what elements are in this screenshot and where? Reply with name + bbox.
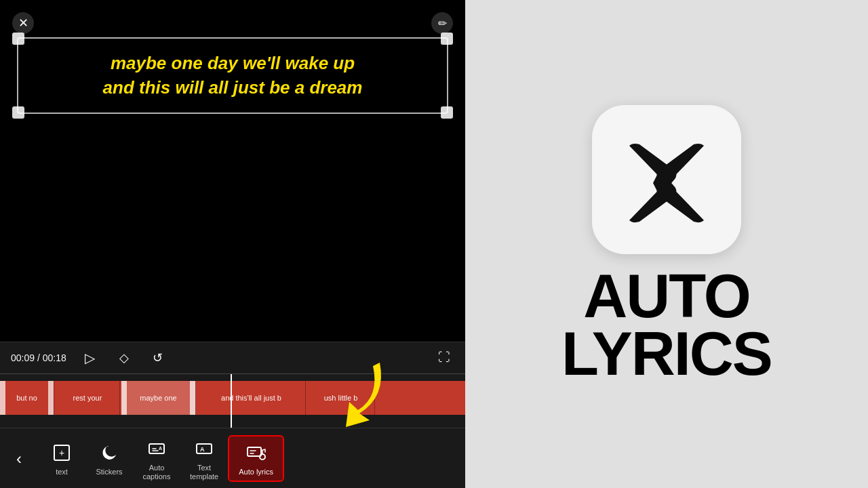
title-lyrics: LYRICS <box>561 325 772 384</box>
left-panel: ✕ ✏ maybe one day we'll wake up and this… <box>0 0 465 488</box>
app-icon <box>592 105 741 254</box>
close-button[interactable]: ✕ <box>12 12 34 34</box>
stickers-label: Stickers <box>96 468 122 476</box>
capcut-logo <box>612 125 721 234</box>
corner-handle-bl[interactable] <box>12 106 24 119</box>
playhead <box>231 374 232 428</box>
handle-left[interactable] <box>121 381 127 415</box>
svg-rect-4 <box>248 447 261 456</box>
title-auto: AUTO <box>561 268 772 326</box>
auto-lyrics-label: Auto lyrics <box>239 468 273 476</box>
segment-ush[interactable]: ush little b <box>307 381 375 415</box>
undo-button[interactable]: ↺ <box>148 348 168 368</box>
corner-handle-tl[interactable] <box>12 33 24 45</box>
segment-maybe-one[interactable]: maybe one <box>121 381 196 415</box>
timeline-controls: 00:09 / 00:18 ▷ ◇ ↺ ⛶ <box>0 342 465 373</box>
toolbar-text-template[interactable]: A Text template <box>180 432 228 485</box>
back-button[interactable]: ‹ <box>0 443 38 475</box>
segment-label: rest your <box>73 394 102 402</box>
back-icon: ‹ <box>7 447 31 471</box>
text-template-icon: A <box>192 436 216 461</box>
svg-point-5 <box>260 454 265 460</box>
auto-lyrics-icon <box>244 441 269 465</box>
text-icon: + <box>50 441 74 465</box>
segment-label: ush little b <box>324 394 358 402</box>
edit-button[interactable]: ✏ <box>431 12 453 34</box>
toolbar-auto-captions[interactable]: A Auto captions <box>133 432 180 485</box>
segment-rest-your[interactable]: rest your <box>56 381 120 415</box>
play-button[interactable]: ▷ <box>80 348 100 368</box>
corner-handle-tr[interactable] <box>441 33 453 45</box>
segment-label: but no <box>16 394 37 402</box>
text-template-label: Text template <box>190 464 218 481</box>
fullscreen-button[interactable]: ⛶ <box>434 348 454 368</box>
auto-captions-icon: A <box>144 436 169 461</box>
toolbar-text[interactable]: + text <box>38 436 85 481</box>
handle-right[interactable] <box>190 381 195 415</box>
toolbar-auto-lyrics[interactable]: Auto lyrics <box>228 435 284 482</box>
svg-text:A: A <box>200 446 205 453</box>
text-label: text <box>56 468 68 476</box>
svg-text:A: A <box>159 446 162 451</box>
diamond-icon[interactable]: ◇ <box>114 348 134 368</box>
handle-left[interactable] <box>0 381 5 415</box>
right-title: AUTO LYRICS <box>561 268 772 384</box>
handle-right[interactable] <box>48 381 54 415</box>
toolbar: ‹ + text Stickers <box>0 428 465 488</box>
segment-and-this[interactable]: and this'll all just b <box>197 381 306 415</box>
stickers-icon <box>97 441 121 465</box>
toolbar-stickers[interactable]: Stickers <box>85 436 133 481</box>
time-display: 00:09 / 00:18 <box>11 352 66 363</box>
video-preview: ✕ ✏ maybe one day we'll wake up and this… <box>0 0 465 342</box>
timeline-area[interactable]: but no rest your maybe one and this'll a… <box>0 373 465 428</box>
auto-captions-label: Auto captions <box>143 464 171 481</box>
lyric-text: maybe one day we'll wake up and this wil… <box>32 51 433 100</box>
right-panel: AUTO LYRICS <box>465 0 868 488</box>
segment-but-no[interactable]: but no <box>0 381 54 415</box>
text-box-overlay[interactable]: maybe one day we'll wake up and this wil… <box>17 37 448 114</box>
timeline-track: but no rest your maybe one and this'll a… <box>0 381 465 415</box>
corner-handle-br[interactable] <box>441 106 453 119</box>
segment-label: maybe one <box>140 394 176 402</box>
